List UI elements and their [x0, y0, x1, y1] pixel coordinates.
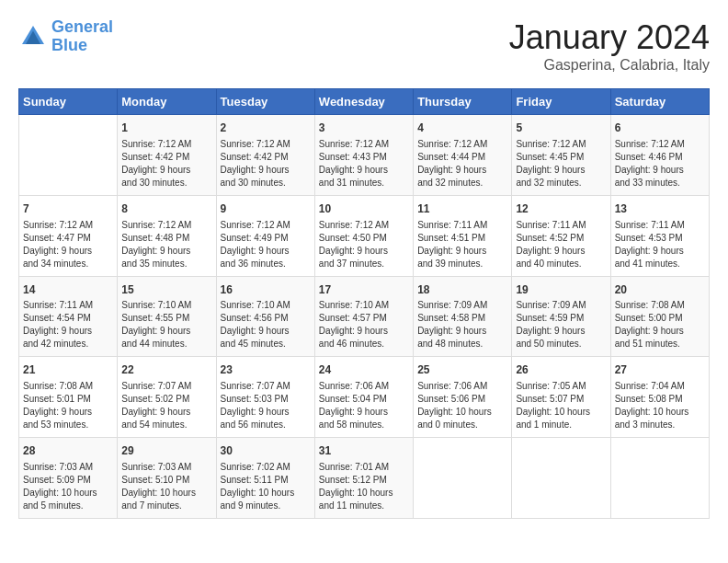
calendar-cell	[512, 438, 610, 519]
cell-content: Sunrise: 7:03 AM Sunset: 5:10 PM Dayligh…	[121, 461, 211, 512]
calendar-cell: 5Sunrise: 7:12 AM Sunset: 4:45 PM Daylig…	[512, 115, 610, 196]
day-number: 21	[23, 362, 113, 378]
calendar-cell: 31Sunrise: 7:01 AM Sunset: 5:12 PM Dayli…	[314, 438, 413, 519]
day-number: 31	[319, 443, 409, 459]
calendar-cell: 20Sunrise: 7:08 AM Sunset: 5:00 PM Dayli…	[610, 276, 709, 357]
cell-content: Sunrise: 7:12 AM Sunset: 4:49 PM Dayligh…	[221, 219, 311, 270]
cell-content: Sunrise: 7:12 AM Sunset: 4:45 PM Dayligh…	[516, 138, 606, 190]
day-number: 30	[221, 443, 311, 459]
calendar-cell	[610, 438, 709, 519]
calendar-cell: 3Sunrise: 7:12 AM Sunset: 4:43 PM Daylig…	[314, 115, 413, 196]
calendar-cell: 12Sunrise: 7:11 AM Sunset: 4:52 PM Dayli…	[512, 195, 610, 276]
calendar-cell: 23Sunrise: 7:07 AM Sunset: 5:03 PM Dayli…	[216, 357, 314, 438]
logo-text: General Blue	[51, 18, 113, 55]
calendar-cell: 25Sunrise: 7:06 AM Sunset: 5:06 PM Dayli…	[414, 357, 512, 438]
cell-content: Sunrise: 7:06 AM Sunset: 5:04 PM Dayligh…	[319, 380, 409, 431]
calendar-subtitle: Gasperina, Calabria, Italy	[509, 57, 710, 74]
week-row-1: 1Sunrise: 7:12 AM Sunset: 4:42 PM Daylig…	[19, 115, 710, 196]
day-number: 5	[516, 121, 606, 136]
calendar-cell	[19, 115, 118, 196]
page-header: General Blue January 2024 Gasperina, Cal…	[18, 18, 710, 74]
day-number: 23	[221, 362, 311, 378]
calendar-cell: 22Sunrise: 7:07 AM Sunset: 5:02 PM Dayli…	[118, 357, 216, 438]
week-row-2: 7Sunrise: 7:12 AM Sunset: 4:47 PM Daylig…	[19, 195, 710, 276]
header-cell-saturday: Saturday	[610, 89, 709, 115]
calendar-cell	[414, 438, 512, 519]
day-number: 25	[417, 362, 507, 378]
day-number: 4	[417, 121, 507, 136]
calendar-cell: 30Sunrise: 7:02 AM Sunset: 5:11 PM Dayli…	[216, 438, 314, 519]
day-number: 27	[615, 362, 705, 378]
calendar-cell: 4Sunrise: 7:12 AM Sunset: 4:44 PM Daylig…	[414, 115, 512, 196]
calendar-cell: 19Sunrise: 7:09 AM Sunset: 4:59 PM Dayli…	[512, 276, 610, 357]
day-number: 20	[615, 282, 705, 298]
calendar-cell: 18Sunrise: 7:09 AM Sunset: 4:58 PM Dayli…	[414, 276, 512, 357]
calendar-cell: 21Sunrise: 7:08 AM Sunset: 5:01 PM Dayli…	[19, 357, 118, 438]
cell-content: Sunrise: 7:12 AM Sunset: 4:48 PM Dayligh…	[121, 219, 211, 270]
calendar-cell: 29Sunrise: 7:03 AM Sunset: 5:10 PM Dayli…	[118, 438, 216, 519]
day-number: 6	[615, 121, 705, 136]
header-row: SundayMondayTuesdayWednesdayThursdayFrid…	[19, 89, 710, 115]
cell-content: Sunrise: 7:12 AM Sunset: 4:44 PM Dayligh…	[417, 138, 507, 190]
header-cell-friday: Friday	[512, 89, 610, 115]
cell-content: Sunrise: 7:12 AM Sunset: 4:42 PM Dayligh…	[121, 138, 211, 190]
cell-content: Sunrise: 7:09 AM Sunset: 4:58 PM Dayligh…	[417, 299, 507, 350]
calendar-title: January 2024	[509, 18, 710, 57]
day-number: 2	[221, 121, 311, 136]
day-number: 28	[23, 443, 113, 459]
day-number: 1	[121, 121, 211, 136]
day-number: 26	[516, 362, 606, 378]
calendar-cell: 14Sunrise: 7:11 AM Sunset: 4:54 PM Dayli…	[19, 276, 118, 357]
cell-content: Sunrise: 7:05 AM Sunset: 5:07 PM Dayligh…	[516, 380, 606, 431]
cell-content: Sunrise: 7:07 AM Sunset: 5:03 PM Dayligh…	[221, 380, 311, 431]
week-row-5: 28Sunrise: 7:03 AM Sunset: 5:09 PM Dayli…	[19, 438, 710, 519]
header-cell-thursday: Thursday	[414, 89, 512, 115]
cell-content: Sunrise: 7:02 AM Sunset: 5:11 PM Dayligh…	[221, 461, 311, 512]
calendar-cell: 10Sunrise: 7:12 AM Sunset: 4:50 PM Dayli…	[314, 195, 413, 276]
header-cell-sunday: Sunday	[19, 89, 118, 115]
calendar-cell: 15Sunrise: 7:10 AM Sunset: 4:55 PM Dayli…	[118, 276, 216, 357]
day-number: 10	[319, 201, 409, 217]
day-number: 3	[319, 121, 409, 136]
calendar-cell: 13Sunrise: 7:11 AM Sunset: 4:53 PM Dayli…	[610, 195, 709, 276]
header-cell-wednesday: Wednesday	[314, 89, 413, 115]
logo-icon	[18, 22, 48, 52]
day-number: 13	[615, 201, 705, 217]
cell-content: Sunrise: 7:12 AM Sunset: 4:42 PM Dayligh…	[221, 138, 311, 190]
cell-content: Sunrise: 7:10 AM Sunset: 4:55 PM Dayligh…	[121, 299, 211, 350]
calendar-cell: 2Sunrise: 7:12 AM Sunset: 4:42 PM Daylig…	[216, 115, 314, 196]
calendar-cell: 8Sunrise: 7:12 AM Sunset: 4:48 PM Daylig…	[118, 195, 216, 276]
calendar-cell: 17Sunrise: 7:10 AM Sunset: 4:57 PM Dayli…	[314, 276, 413, 357]
cell-content: Sunrise: 7:04 AM Sunset: 5:08 PM Dayligh…	[615, 380, 705, 431]
cell-content: Sunrise: 7:11 AM Sunset: 4:54 PM Dayligh…	[23, 299, 113, 350]
day-number: 29	[121, 443, 211, 459]
cell-content: Sunrise: 7:12 AM Sunset: 4:50 PM Dayligh…	[319, 219, 409, 270]
day-number: 15	[121, 282, 211, 298]
day-number: 7	[23, 201, 113, 217]
calendar-cell: 11Sunrise: 7:11 AM Sunset: 4:51 PM Dayli…	[414, 195, 512, 276]
calendar-cell: 1Sunrise: 7:12 AM Sunset: 4:42 PM Daylig…	[118, 115, 216, 196]
day-number: 18	[417, 282, 507, 298]
calendar-cell: 24Sunrise: 7:06 AM Sunset: 5:04 PM Dayli…	[314, 357, 413, 438]
cell-content: Sunrise: 7:11 AM Sunset: 4:52 PM Dayligh…	[516, 219, 606, 270]
cell-content: Sunrise: 7:08 AM Sunset: 5:00 PM Dayligh…	[615, 299, 705, 350]
logo: General Blue	[18, 18, 113, 55]
day-number: 8	[121, 201, 211, 217]
cell-content: Sunrise: 7:12 AM Sunset: 4:46 PM Dayligh…	[615, 138, 705, 190]
calendar-cell: 9Sunrise: 7:12 AM Sunset: 4:49 PM Daylig…	[216, 195, 314, 276]
calendar-cell: 6Sunrise: 7:12 AM Sunset: 4:46 PM Daylig…	[610, 115, 709, 196]
cell-content: Sunrise: 7:07 AM Sunset: 5:02 PM Dayligh…	[121, 380, 211, 431]
cell-content: Sunrise: 7:11 AM Sunset: 4:53 PM Dayligh…	[615, 219, 705, 270]
cell-content: Sunrise: 7:12 AM Sunset: 4:47 PM Dayligh…	[23, 219, 113, 270]
cell-content: Sunrise: 7:12 AM Sunset: 4:43 PM Dayligh…	[319, 138, 409, 190]
cell-content: Sunrise: 7:03 AM Sunset: 5:09 PM Dayligh…	[23, 461, 113, 512]
cell-content: Sunrise: 7:09 AM Sunset: 4:59 PM Dayligh…	[516, 299, 606, 350]
calendar-cell: 7Sunrise: 7:12 AM Sunset: 4:47 PM Daylig…	[19, 195, 118, 276]
calendar-cell: 16Sunrise: 7:10 AM Sunset: 4:56 PM Dayli…	[216, 276, 314, 357]
day-number: 12	[516, 201, 606, 217]
cell-content: Sunrise: 7:10 AM Sunset: 4:56 PM Dayligh…	[221, 299, 311, 350]
calendar-body: 1Sunrise: 7:12 AM Sunset: 4:42 PM Daylig…	[19, 115, 710, 519]
cell-content: Sunrise: 7:10 AM Sunset: 4:57 PM Dayligh…	[319, 299, 409, 350]
cell-content: Sunrise: 7:06 AM Sunset: 5:06 PM Dayligh…	[417, 380, 507, 431]
day-number: 14	[23, 282, 113, 298]
